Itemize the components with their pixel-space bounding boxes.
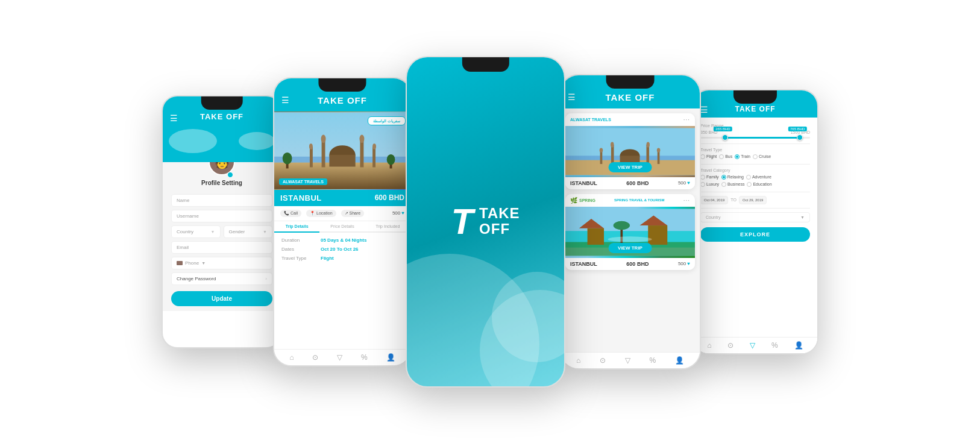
view-trip-btn-1[interactable]: VIEW TRIP xyxy=(608,162,652,172)
offers-icon-5[interactable]: % xyxy=(771,341,778,350)
option-adventure-label: Adventure xyxy=(752,175,771,179)
filter-icon[interactable]: ▽ xyxy=(337,353,342,362)
share-button[interactable]: ↗ Share xyxy=(341,210,365,217)
logo-text: TAKE OFF xyxy=(479,206,520,237)
profile-icon[interactable]: 👤 xyxy=(386,353,395,362)
email-field[interactable]: Email xyxy=(171,241,272,254)
country-field[interactable]: Country ▼ xyxy=(171,225,221,238)
home-icon[interactable]: ⌂ xyxy=(289,353,294,362)
profile-icon-4[interactable]: 👤 xyxy=(675,356,684,365)
slider-thumb-right[interactable]: 765 BHD xyxy=(797,134,803,140)
option-luxury[interactable]: Luxury xyxy=(700,182,719,187)
change-password-field[interactable]: Change Password › xyxy=(171,272,272,285)
svg-point-27 xyxy=(600,148,603,152)
offers-icon[interactable]: % xyxy=(361,353,368,362)
filter-icon-4[interactable]: ▽ xyxy=(625,356,630,365)
listing-likes-2: 500 ♥ xyxy=(678,261,690,266)
filter-icon-5[interactable]: ▽ xyxy=(750,341,755,350)
location-button[interactable]: 📍 Location xyxy=(306,210,336,217)
svg-rect-24 xyxy=(646,145,649,164)
radio-bus[interactable] xyxy=(719,154,724,159)
cloud-2 xyxy=(239,132,275,150)
search-icon-4[interactable]: ⊙ xyxy=(600,356,606,365)
divider-2 xyxy=(700,164,810,165)
menu-icon[interactable]: ☰ xyxy=(170,113,178,123)
gender-arrow: ▼ xyxy=(263,230,267,234)
travel-type-value: Flight xyxy=(321,256,334,261)
radio-luxury[interactable] xyxy=(700,182,705,187)
call-button[interactable]: 📞 Call xyxy=(280,210,301,217)
option-business[interactable]: Business xyxy=(721,182,744,187)
profile-icon-5[interactable]: 👤 xyxy=(794,341,803,350)
date-from[interactable]: Oct 04, 2019 xyxy=(700,196,728,204)
phone4-slot: ☰ TAKE OFF ALWASAT TRAVELS ··· xyxy=(559,74,701,369)
option-bus[interactable]: Bus xyxy=(719,154,732,159)
search-icon-5[interactable]: ⊙ xyxy=(727,341,733,350)
home-icon-5[interactable]: ⌂ xyxy=(707,341,711,350)
offers-icon-4[interactable]: % xyxy=(650,356,656,365)
option-adventure[interactable]: Adventure xyxy=(746,175,771,180)
home-icon-4[interactable]: ⌂ xyxy=(576,356,580,365)
phone1-header: ☰ TAKE OFF xyxy=(163,96,281,126)
phone-field[interactable]: Phone ▼ xyxy=(171,257,272,269)
menu-icon-4[interactable]: ☰ xyxy=(568,92,576,102)
svg-point-23 xyxy=(611,142,614,147)
date-to[interactable]: Oct 29, 2019 xyxy=(739,196,767,204)
listing-image-2: VIEW TRIP xyxy=(565,207,695,258)
tab-trip-included[interactable]: Trip Included xyxy=(365,221,410,231)
slider-label-right: 765 BHD xyxy=(788,127,806,131)
more-dots-2[interactable]: ··· xyxy=(683,197,690,204)
more-dots-1[interactable]: ··· xyxy=(683,116,690,123)
option-family[interactable]: Family xyxy=(700,175,719,180)
explore-button[interactable]: EXPLORE xyxy=(700,227,810,242)
phone3-slot: T TAKE OFF xyxy=(406,56,565,388)
phone4: ☰ TAKE OFF ALWASAT TRAVELS ··· xyxy=(559,74,701,369)
country-select[interactable]: Country ▼ xyxy=(700,212,810,222)
trip-tabs: Trip Details Price Details Trip Included xyxy=(274,221,410,233)
gender-field[interactable]: Gender ▼ xyxy=(224,225,273,238)
option-cruise[interactable]: Cruise xyxy=(753,154,771,159)
travel-category-options: Family Relaxing Adventure xyxy=(700,175,810,180)
svg-point-8 xyxy=(359,134,364,143)
view-trip-btn-2[interactable]: VIEW TRIP xyxy=(608,243,652,253)
username-field[interactable]: Username xyxy=(171,210,272,222)
slider-label-left: 265 BHD xyxy=(714,127,732,131)
menu-icon-2[interactable]: ☰ xyxy=(281,95,289,105)
name-field[interactable]: Name xyxy=(171,194,272,207)
phone5-title: TAKE OFF xyxy=(735,105,775,113)
tab-price-details[interactable]: Price Details xyxy=(319,221,365,231)
splash-off: OFF xyxy=(479,221,520,237)
agency-name-2: SPRING TRAVEL & TOURISM xyxy=(614,198,664,202)
option-education[interactable]: Education xyxy=(747,182,771,187)
travel-type-label: Travel Type xyxy=(281,256,321,261)
radio-education[interactable] xyxy=(747,182,752,187)
update-button[interactable]: Update xyxy=(171,291,272,306)
phone3: T TAKE OFF xyxy=(406,56,565,388)
profile-setting-label: Profile Setting xyxy=(201,180,242,186)
radio-business[interactable] xyxy=(721,182,726,187)
option-relaxing[interactable]: Relaxing xyxy=(721,175,744,180)
country-section: Country ▼ xyxy=(700,212,810,222)
search-icon[interactable]: ⊙ xyxy=(312,353,318,362)
radio-adventure[interactable] xyxy=(746,175,751,180)
radio-family[interactable] xyxy=(700,175,705,180)
option-train[interactable]: Train xyxy=(735,154,750,159)
radio-flight[interactable] xyxy=(700,154,705,159)
option-cruise-label: Cruise xyxy=(759,154,771,159)
country-label: Country xyxy=(706,215,721,219)
trip-price: 600 BHD xyxy=(375,193,404,202)
phone4-bottom-nav: ⌂ ⊙ ▽ % 👤 xyxy=(561,352,700,368)
trip-city: ISTANBUL xyxy=(280,193,322,203)
radio-relaxing[interactable] xyxy=(721,175,726,180)
share-icon: ↗ xyxy=(345,211,348,216)
menu-icon-5[interactable]: ☰ xyxy=(700,105,708,115)
slider-thumb-left[interactable]: 265 BHD xyxy=(722,134,728,140)
country-arrow: ▼ xyxy=(211,230,215,234)
radio-train[interactable] xyxy=(735,154,740,159)
price-slider-track[interactable]: 265 BHD 765 BHD xyxy=(700,137,810,139)
svg-point-29 xyxy=(657,148,660,152)
radio-cruise[interactable] xyxy=(753,154,758,159)
tab-trip-details[interactable]: Trip Details xyxy=(274,221,319,233)
svg-rect-35 xyxy=(648,225,667,245)
option-flight[interactable]: Flight xyxy=(700,154,717,159)
